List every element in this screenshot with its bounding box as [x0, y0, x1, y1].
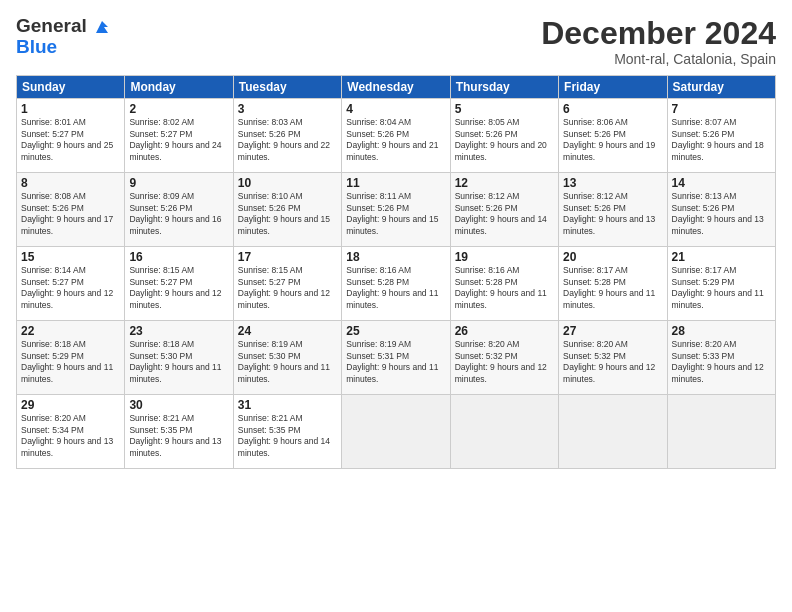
- calendar-cell: 10 Sunrise: 8:10 AM Sunset: 5:26 PM Dayl…: [233, 173, 341, 247]
- cell-info: Sunrise: 8:19 AM Sunset: 5:30 PM Dayligh…: [238, 339, 337, 385]
- cell-info: Sunrise: 8:20 AM Sunset: 5:32 PM Dayligh…: [455, 339, 554, 385]
- cell-info: Sunrise: 8:04 AM Sunset: 5:26 PM Dayligh…: [346, 117, 445, 163]
- header: General Blue December 2024 Mont-ral, Cat…: [16, 16, 776, 67]
- calendar-week-row: 29 Sunrise: 8:20 AM Sunset: 5:34 PM Dayl…: [17, 395, 776, 469]
- calendar-cell: 14 Sunrise: 8:13 AM Sunset: 5:26 PM Dayl…: [667, 173, 775, 247]
- cell-info: Sunrise: 8:18 AM Sunset: 5:30 PM Dayligh…: [129, 339, 228, 385]
- cell-info: Sunrise: 8:12 AM Sunset: 5:26 PM Dayligh…: [563, 191, 662, 237]
- location: Mont-ral, Catalonia, Spain: [541, 51, 776, 67]
- cell-info: Sunrise: 8:20 AM Sunset: 5:34 PM Dayligh…: [21, 413, 120, 459]
- calendar-cell: 8 Sunrise: 8:08 AM Sunset: 5:26 PM Dayli…: [17, 173, 125, 247]
- calendar-header-row: Sunday Monday Tuesday Wednesday Thursday…: [17, 76, 776, 99]
- calendar-cell: 20 Sunrise: 8:17 AM Sunset: 5:28 PM Dayl…: [559, 247, 667, 321]
- cell-info: Sunrise: 8:13 AM Sunset: 5:26 PM Dayligh…: [672, 191, 771, 237]
- day-number: 3: [238, 102, 337, 116]
- cell-info: Sunrise: 8:05 AM Sunset: 5:26 PM Dayligh…: [455, 117, 554, 163]
- calendar-cell: 24 Sunrise: 8:19 AM Sunset: 5:30 PM Dayl…: [233, 321, 341, 395]
- day-number: 24: [238, 324, 337, 338]
- day-number: 10: [238, 176, 337, 190]
- cell-info: Sunrise: 8:09 AM Sunset: 5:26 PM Dayligh…: [129, 191, 228, 237]
- calendar-cell: 29 Sunrise: 8:20 AM Sunset: 5:34 PM Dayl…: [17, 395, 125, 469]
- calendar-cell: 9 Sunrise: 8:09 AM Sunset: 5:26 PM Dayli…: [125, 173, 233, 247]
- cell-info: Sunrise: 8:01 AM Sunset: 5:27 PM Dayligh…: [21, 117, 120, 163]
- calendar-cell: 26 Sunrise: 8:20 AM Sunset: 5:32 PM Dayl…: [450, 321, 558, 395]
- calendar-cell: 27 Sunrise: 8:20 AM Sunset: 5:32 PM Dayl…: [559, 321, 667, 395]
- day-number: 12: [455, 176, 554, 190]
- cell-info: Sunrise: 8:16 AM Sunset: 5:28 PM Dayligh…: [455, 265, 554, 311]
- svg-marker-0: [96, 21, 108, 33]
- calendar-cell: 16 Sunrise: 8:15 AM Sunset: 5:27 PM Dayl…: [125, 247, 233, 321]
- calendar-cell: 23 Sunrise: 8:18 AM Sunset: 5:30 PM Dayl…: [125, 321, 233, 395]
- calendar-week-row: 15 Sunrise: 8:14 AM Sunset: 5:27 PM Dayl…: [17, 247, 776, 321]
- day-number: 18: [346, 250, 445, 264]
- day-number: 19: [455, 250, 554, 264]
- cell-info: Sunrise: 8:03 AM Sunset: 5:26 PM Dayligh…: [238, 117, 337, 163]
- cell-info: Sunrise: 8:11 AM Sunset: 5:26 PM Dayligh…: [346, 191, 445, 237]
- day-number: 6: [563, 102, 662, 116]
- day-number: 14: [672, 176, 771, 190]
- calendar-cell: 3 Sunrise: 8:03 AM Sunset: 5:26 PM Dayli…: [233, 99, 341, 173]
- calendar-cell: 18 Sunrise: 8:16 AM Sunset: 5:28 PM Dayl…: [342, 247, 450, 321]
- title-block: December 2024 Mont-ral, Catalonia, Spain: [541, 16, 776, 67]
- cell-info: Sunrise: 8:16 AM Sunset: 5:28 PM Dayligh…: [346, 265, 445, 311]
- calendar-cell: 13 Sunrise: 8:12 AM Sunset: 5:26 PM Dayl…: [559, 173, 667, 247]
- calendar-cell: 31 Sunrise: 8:21 AM Sunset: 5:35 PM Dayl…: [233, 395, 341, 469]
- calendar-cell: 21 Sunrise: 8:17 AM Sunset: 5:29 PM Dayl…: [667, 247, 775, 321]
- calendar-week-row: 8 Sunrise: 8:08 AM Sunset: 5:26 PM Dayli…: [17, 173, 776, 247]
- cell-info: Sunrise: 8:20 AM Sunset: 5:32 PM Dayligh…: [563, 339, 662, 385]
- cell-info: Sunrise: 8:07 AM Sunset: 5:26 PM Dayligh…: [672, 117, 771, 163]
- calendar-cell: 17 Sunrise: 8:15 AM Sunset: 5:27 PM Dayl…: [233, 247, 341, 321]
- day-number: 7: [672, 102, 771, 116]
- month-title: December 2024: [541, 16, 776, 51]
- calendar-week-row: 22 Sunrise: 8:18 AM Sunset: 5:29 PM Dayl…: [17, 321, 776, 395]
- cell-info: Sunrise: 8:20 AM Sunset: 5:33 PM Dayligh…: [672, 339, 771, 385]
- day-number: 15: [21, 250, 120, 264]
- calendar-cell: 22 Sunrise: 8:18 AM Sunset: 5:29 PM Dayl…: [17, 321, 125, 395]
- cell-info: Sunrise: 8:15 AM Sunset: 5:27 PM Dayligh…: [238, 265, 337, 311]
- cell-info: Sunrise: 8:10 AM Sunset: 5:26 PM Dayligh…: [238, 191, 337, 237]
- calendar-cell: 28 Sunrise: 8:20 AM Sunset: 5:33 PM Dayl…: [667, 321, 775, 395]
- day-number: 28: [672, 324, 771, 338]
- cell-info: Sunrise: 8:06 AM Sunset: 5:26 PM Dayligh…: [563, 117, 662, 163]
- day-number: 1: [21, 102, 120, 116]
- calendar-cell: 4 Sunrise: 8:04 AM Sunset: 5:26 PM Dayli…: [342, 99, 450, 173]
- cell-info: Sunrise: 8:17 AM Sunset: 5:29 PM Dayligh…: [672, 265, 771, 311]
- col-sunday: Sunday: [17, 76, 125, 99]
- calendar-cell: 30 Sunrise: 8:21 AM Sunset: 5:35 PM Dayl…: [125, 395, 233, 469]
- calendar-cell: [559, 395, 667, 469]
- logo: General Blue: [16, 16, 112, 58]
- day-number: 27: [563, 324, 662, 338]
- calendar-cell: 1 Sunrise: 8:01 AM Sunset: 5:27 PM Dayli…: [17, 99, 125, 173]
- page-container: General Blue December 2024 Mont-ral, Cat…: [0, 0, 792, 612]
- day-number: 30: [129, 398, 228, 412]
- calendar-cell: 7 Sunrise: 8:07 AM Sunset: 5:26 PM Dayli…: [667, 99, 775, 173]
- col-thursday: Thursday: [450, 76, 558, 99]
- calendar-cell: 15 Sunrise: 8:14 AM Sunset: 5:27 PM Dayl…: [17, 247, 125, 321]
- calendar-cell: 5 Sunrise: 8:05 AM Sunset: 5:26 PM Dayli…: [450, 99, 558, 173]
- calendar-week-row: 1 Sunrise: 8:01 AM Sunset: 5:27 PM Dayli…: [17, 99, 776, 173]
- day-number: 4: [346, 102, 445, 116]
- calendar-table: Sunday Monday Tuesday Wednesday Thursday…: [16, 75, 776, 469]
- calendar-cell: 12 Sunrise: 8:12 AM Sunset: 5:26 PM Dayl…: [450, 173, 558, 247]
- day-number: 22: [21, 324, 120, 338]
- day-number: 31: [238, 398, 337, 412]
- calendar-cell: [342, 395, 450, 469]
- day-number: 25: [346, 324, 445, 338]
- day-number: 16: [129, 250, 228, 264]
- calendar-cell: 2 Sunrise: 8:02 AM Sunset: 5:27 PM Dayli…: [125, 99, 233, 173]
- calendar-cell: 11 Sunrise: 8:11 AM Sunset: 5:26 PM Dayl…: [342, 173, 450, 247]
- cell-info: Sunrise: 8:02 AM Sunset: 5:27 PM Dayligh…: [129, 117, 228, 163]
- day-number: 21: [672, 250, 771, 264]
- day-number: 5: [455, 102, 554, 116]
- day-number: 23: [129, 324, 228, 338]
- day-number: 17: [238, 250, 337, 264]
- logo-line2: Blue: [16, 37, 112, 58]
- col-friday: Friday: [559, 76, 667, 99]
- col-monday: Monday: [125, 76, 233, 99]
- day-number: 2: [129, 102, 228, 116]
- cell-info: Sunrise: 8:21 AM Sunset: 5:35 PM Dayligh…: [129, 413, 228, 459]
- cell-info: Sunrise: 8:15 AM Sunset: 5:27 PM Dayligh…: [129, 265, 228, 311]
- cell-info: Sunrise: 8:17 AM Sunset: 5:28 PM Dayligh…: [563, 265, 662, 311]
- cell-info: Sunrise: 8:14 AM Sunset: 5:27 PM Dayligh…: [21, 265, 120, 311]
- logo-line1: General: [16, 16, 112, 37]
